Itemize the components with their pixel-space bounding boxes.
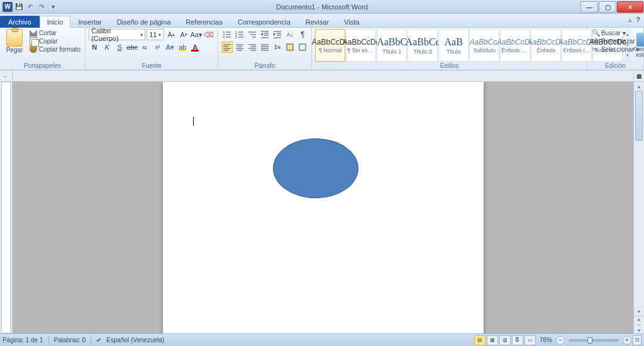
draft-view-button[interactable]: ▭ (525, 335, 536, 345)
shading-button[interactable] (284, 42, 296, 53)
minimize-button[interactable]: — (580, 1, 598, 13)
tab-revisar[interactable]: Revisar (298, 16, 336, 28)
style-item-1[interactable]: AaBbCcDc¶ Sin espa... (346, 29, 376, 62)
change-case-button[interactable]: Aa▾ (191, 29, 202, 40)
highlight-button[interactable]: ab (177, 42, 188, 53)
fullscreen-view-button[interactable]: ▦ (487, 335, 498, 345)
qat-customize-icon[interactable]: ▾ (48, 2, 58, 12)
subscript-button[interactable]: x₂ (139, 42, 150, 53)
tab-vista[interactable]: Vista (336, 16, 367, 28)
font-size-combo[interactable]: 11▾ (147, 29, 164, 40)
paste-button[interactable]: Pegar (3, 29, 26, 53)
style-item-4[interactable]: AaBTítulo (438, 29, 469, 62)
style-item-6[interactable]: AaBbCcDcÉnfasis sutil (500, 29, 530, 62)
indent-inc-button[interactable] (272, 29, 283, 40)
show-marks-button[interactable]: ¶ (297, 29, 308, 40)
copy-icon (30, 37, 37, 45)
align-center-button[interactable] (234, 42, 245, 53)
align-left-button[interactable] (221, 42, 233, 53)
outline-view-button[interactable]: ≣ (512, 335, 523, 345)
ruler-corner[interactable]: ⌐ (0, 70, 13, 82)
qat-undo-icon[interactable]: ↶ (25, 2, 35, 12)
style-item-0[interactable]: AaBbCcDc¶ Normal (315, 29, 345, 62)
next-page-icon[interactable]: ▾ (634, 328, 644, 333)
italic-button[interactable]: K (101, 42, 113, 53)
vertical-scrollbar[interactable]: ▴ ▾ ▴ ○ ▾ (633, 82, 644, 333)
justify-button[interactable] (259, 42, 270, 53)
help-icon[interactable]: ? (636, 16, 640, 24)
group-clipboard: Pegar Cortar Copiar Copiar formato Porta… (0, 28, 86, 70)
ribbon-minimize-icon[interactable]: ▵ (628, 16, 632, 24)
style-item-3[interactable]: AaBbCcTítulo 2 (408, 29, 438, 62)
borders-button[interactable] (297, 42, 308, 53)
cut-label: Cortar (39, 30, 57, 36)
multilevel-button[interactable] (247, 29, 258, 40)
close-button[interactable]: ✕ (617, 1, 643, 13)
text-effects-button[interactable]: A▾ (164, 42, 175, 53)
clear-format-button[interactable]: ⌫ (203, 29, 214, 40)
tab-inicio[interactable]: Inicio (40, 16, 71, 28)
word-app-icon[interactable]: W (3, 2, 13, 12)
proofing-icon[interactable]: ✔ (96, 337, 101, 343)
styles-gallery[interactable]: AaBbCcDc¶ NormalAaBbCcDc¶ Sin espa...AaB… (315, 29, 623, 62)
sort-button[interactable]: A↓ (284, 29, 296, 40)
zoom-out-button[interactable]: − (556, 336, 565, 345)
zoom-fit-button[interactable]: ⊡ (633, 335, 641, 345)
qat-redo-icon[interactable]: ↷ (36, 2, 47, 12)
ribbon-tabs: Archivo Inicio Insertar Diseño de página… (0, 14, 644, 28)
svg-text:3: 3 (235, 35, 237, 39)
bullets-button[interactable] (221, 29, 233, 40)
window-controls: — ▢ ✕ (580, 1, 644, 13)
zoom-level[interactable]: 76% (540, 337, 552, 343)
style-item-5[interactable]: AaBbCc.Subtítulo (469, 29, 499, 62)
font-name-combo[interactable]: Calibri (Cuerpo)▾ (89, 29, 145, 40)
zoom-thumb[interactable] (587, 337, 592, 343)
qat-save-icon[interactable]: 💾 (14, 2, 24, 12)
status-page[interactable]: Página: 1 de 1 (3, 337, 43, 343)
style-name: Énfasis (532, 47, 560, 53)
copy-button[interactable]: Copiar (28, 37, 82, 45)
ruler-toggle-icon[interactable]: ▦ (633, 73, 644, 79)
underline-button[interactable]: S (114, 42, 125, 53)
tab-referencias[interactable]: Referencias (178, 16, 230, 28)
bold-button[interactable]: N (89, 42, 100, 53)
style-name: ¶ Normal (316, 47, 344, 53)
strike-button[interactable]: abc (126, 42, 138, 53)
zoom-in-button[interactable]: + (623, 336, 631, 345)
font-color-button[interactable]: A (189, 42, 201, 53)
cut-button[interactable]: Cortar (28, 29, 82, 36)
replace-button[interactable]: abReemplazar (591, 37, 640, 45)
tab-file[interactable]: Archivo (0, 16, 40, 28)
page[interactable] (163, 82, 484, 333)
superscript-button[interactable]: x² (152, 42, 163, 53)
scroll-up-icon[interactable]: ▴ (634, 82, 644, 91)
vertical-ruler[interactable] (0, 82, 13, 333)
status-words[interactable]: Palabras: 0 (54, 337, 86, 343)
web-view-button[interactable]: ▥ (499, 335, 511, 345)
numbering-button[interactable]: 123 (234, 29, 245, 40)
line-spacing-button[interactable]: ‡≡ (272, 42, 283, 53)
style-item-7[interactable]: AaBbCcDcÉnfasis (531, 29, 561, 62)
scroll-down-icon[interactable]: ▾ (634, 307, 644, 316)
tab-insertar[interactable]: Insertar (70, 16, 109, 28)
separator (48, 336, 49, 345)
scroll-thumb[interactable] (635, 91, 643, 141)
tab-correspondencia[interactable]: Correspondencia (230, 16, 298, 28)
font-group-label: Fuente (89, 62, 214, 70)
grow-font-button[interactable]: A▴ (165, 29, 177, 40)
align-right-button[interactable] (247, 42, 258, 53)
browse-object-icon[interactable]: ○ (634, 322, 644, 328)
maximize-button[interactable]: ▢ (599, 1, 616, 13)
print-layout-view-button[interactable]: ▤ (474, 335, 486, 345)
status-language[interactable]: Español (Venezuela) (106, 337, 164, 343)
find-button[interactable]: 🔍Buscar ▾ (591, 29, 640, 36)
shrink-font-button[interactable]: A▾ (178, 29, 189, 40)
tab-diseno[interactable]: Diseño de página (109, 16, 179, 28)
ellipse-shape[interactable] (273, 138, 358, 198)
prev-page-icon[interactable]: ▴ (634, 316, 644, 322)
zoom-slider[interactable] (569, 339, 619, 342)
select-button[interactable]: ▭Seleccionar ▾ (591, 45, 640, 53)
document-canvas[interactable] (13, 82, 633, 333)
indent-dec-button[interactable] (259, 29, 270, 40)
style-item-2[interactable]: AaBbCTítulo 1 (377, 29, 407, 62)
